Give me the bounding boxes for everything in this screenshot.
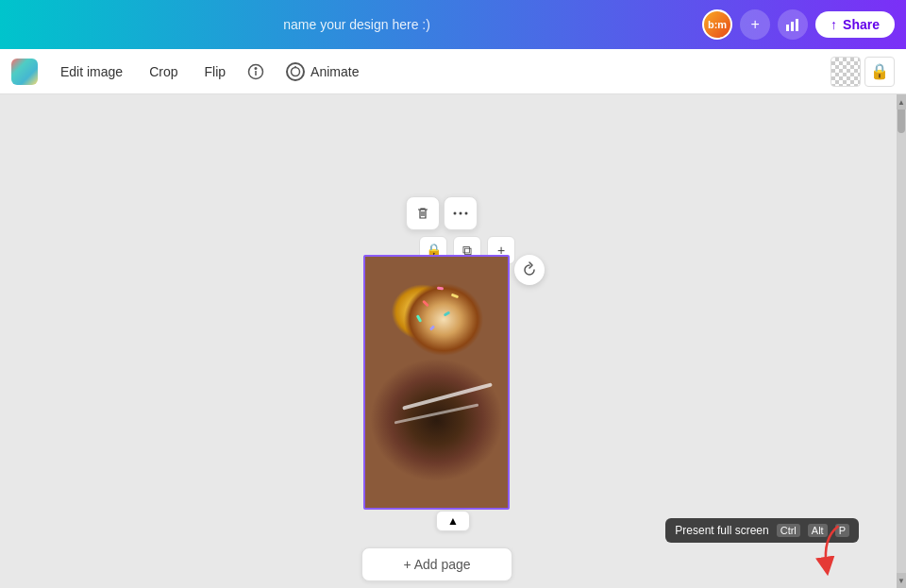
share-upload-icon: ↑ xyxy=(830,17,837,32)
top-bar-center: name your design here :) xyxy=(283,17,430,32)
svg-point-8 xyxy=(454,212,457,215)
top-bar: name your design here :) b:m + ↑ Share xyxy=(0,0,906,49)
svg-rect-2 xyxy=(796,19,798,31)
edit-image-button[interactable]: Edit image xyxy=(49,59,134,85)
shortcut-ctrl: Ctrl xyxy=(777,524,800,537)
animate-icon xyxy=(286,62,305,81)
donut-background xyxy=(365,257,508,508)
tooltip: Present full screen Ctrl Alt P xyxy=(665,518,859,543)
add-page-button[interactable]: + Add page xyxy=(361,547,512,581)
stats-button[interactable] xyxy=(778,9,808,40)
scroll-down[interactable]: ▼ xyxy=(897,573,906,588)
canvas-area: ▲ ▼ 🔒 ⧉ + xyxy=(0,94,906,588)
share-button[interactable]: ↑ Share xyxy=(815,11,895,38)
app-logo xyxy=(11,59,38,85)
shortcut-alt: Alt xyxy=(808,524,828,537)
svg-rect-1 xyxy=(791,22,794,31)
svg-point-6 xyxy=(292,67,300,76)
svg-rect-0 xyxy=(786,25,789,31)
checkerboard-button[interactable] xyxy=(830,57,861,87)
animate-button[interactable]: Animate xyxy=(275,57,370,87)
top-bar-right: b:m + ↑ Share xyxy=(702,9,895,40)
more-options-button[interactable] xyxy=(444,196,478,230)
toolbar: Edit image Crop Flip Animate 🔒 xyxy=(0,49,906,94)
lock-button[interactable]: 🔒 xyxy=(864,57,895,87)
donut-image xyxy=(365,257,508,508)
delete-button[interactable] xyxy=(406,196,440,230)
svg-point-5 xyxy=(255,67,257,69)
info-button[interactable] xyxy=(241,57,271,87)
avatar[interactable]: b:m xyxy=(702,9,732,40)
rotate-handle[interactable] xyxy=(514,255,545,285)
collapse-button[interactable]: ▲ xyxy=(436,511,470,531)
add-button[interactable]: + xyxy=(740,9,770,40)
toolbar-right: 🔒 xyxy=(830,57,895,87)
image-element[interactable] xyxy=(363,255,510,510)
crop-button[interactable]: Crop xyxy=(138,59,189,85)
svg-point-9 xyxy=(460,212,462,215)
flip-button[interactable]: Flip xyxy=(193,59,238,85)
shortcut-p: P xyxy=(835,524,849,537)
scroll-up[interactable]: ▲ xyxy=(897,94,906,109)
svg-point-10 xyxy=(465,212,468,215)
design-title[interactable]: name your design here :) xyxy=(283,17,430,32)
scrollbar[interactable]: ▲ ▼ xyxy=(897,94,906,588)
element-toolbar xyxy=(406,196,478,230)
